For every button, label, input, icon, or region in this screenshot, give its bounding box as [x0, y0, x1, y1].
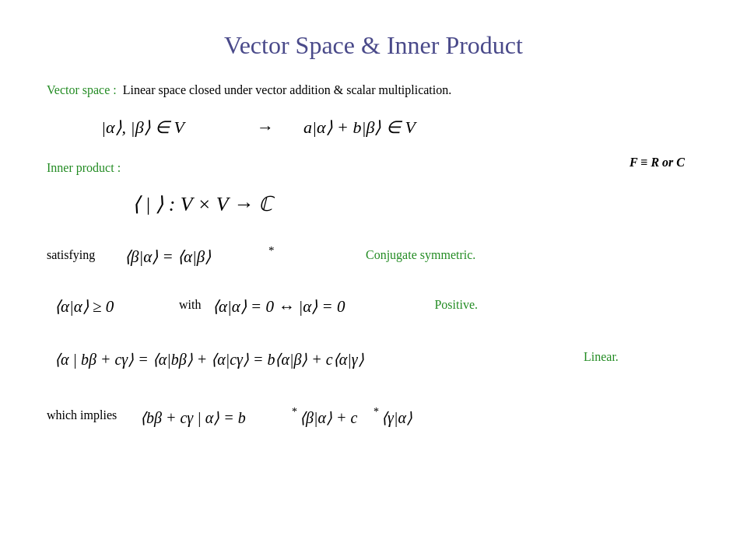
inner-product-label: Inner product : [47, 161, 700, 175]
formula-conjugate-symmetric: ⟨β|α⟩ = ⟨α|β⟩ * [117, 236, 335, 275]
vector-space-row: Vector space : Linear space closed under… [47, 83, 700, 97]
formula-positive-right: ⟨α|α⟩ = 0 ↔ |α⟩ = 0 [209, 285, 411, 324]
svg-text:*: * [374, 406, 379, 418]
svg-text:*: * [268, 244, 275, 257]
formula-inner-product-map: ⟨ | ⟩ : V × V → ℂ [124, 183, 374, 222]
svg-text:⟨ | ⟩ : V × V → ℂ: ⟨ | ⟩ : V × V → ℂ [132, 193, 275, 215]
formula-vectors-in-V: |α⟩, |β⟩ ∈ V → a|α⟩ + b|β⟩ ∈ V [93, 108, 576, 145]
conjugate-label: Conjugate symmetric. [366, 248, 475, 262]
svg-text:⟨β|α⟩ + c: ⟨β|α⟩ + c [300, 409, 357, 427]
vector-space-label: Vector space : [47, 83, 117, 97]
svg-text:→: → [257, 117, 274, 137]
linear-label: Linear. [584, 350, 619, 364]
formula-positive-left: ⟨α|α⟩ ≥ 0 [47, 285, 171, 324]
which-implies-row: which implies ⟨bβ + cγ | α⟩ = b * ⟨β|α⟩ … [47, 394, 700, 436]
which-implies-label: which implies [47, 408, 132, 422]
page: Vector Space & Inner Product Vector spac… [0, 0, 747, 560]
conjugate-symmetric-row: satisfying ⟨β|α⟩ = ⟨α|β⟩ * Conjugate sym… [47, 236, 700, 275]
math-row-inner-product-def: ⟨ | ⟩ : V × V → ℂ [47, 183, 700, 222]
with-label: with [179, 298, 201, 312]
formula-which-implies: ⟨bβ + cγ | α⟩ = b * ⟨β|α⟩ + c * ⟨γ|α⟩ [132, 394, 537, 436]
svg-text:a|α⟩ + b|β⟩ ∈ V: a|α⟩ + b|β⟩ ∈ V [303, 117, 417, 137]
positive-label: Positive. [434, 298, 478, 312]
svg-text:|α⟩, |β⟩ ∈ V: |α⟩, |β⟩ ∈ V [101, 117, 187, 137]
formula-linear: ⟨α | bβ + cγ⟩ = ⟨α|bβ⟩ + ⟨α|cγ⟩ = b⟨α|β⟩… [47, 335, 576, 378]
svg-text:⟨α|α⟩ = 0  ↔  |α⟩ = 0: ⟨α|α⟩ = 0 ↔ |α⟩ = 0 [212, 297, 345, 316]
svg-text:⟨α|α⟩ ≥ 0: ⟨α|α⟩ ≥ 0 [54, 297, 114, 316]
satisfying-label: satisfying [47, 248, 117, 262]
page-title: Vector Space & Inner Product [47, 31, 700, 60]
vector-space-def: Linear space closed under vector additio… [123, 83, 452, 97]
svg-text:*: * [292, 406, 297, 418]
svg-text:⟨γ|α⟩: ⟨γ|α⟩ [381, 409, 412, 427]
math-row-1: |α⟩, |β⟩ ∈ V → a|α⟩ + b|β⟩ ∈ V [47, 108, 700, 145]
f-equals: F ≡ R or C [630, 156, 685, 170]
svg-text:⟨β|α⟩ = ⟨α|β⟩: ⟨β|α⟩ = ⟨α|β⟩ [124, 247, 211, 266]
linear-row: ⟨α | bβ + cγ⟩ = ⟨α|bβ⟩ + ⟨α|cγ⟩ = b⟨α|β⟩… [47, 335, 700, 378]
positive-row: ⟨α|α⟩ ≥ 0 with ⟨α|α⟩ = 0 ↔ |α⟩ = 0 Posit… [47, 285, 700, 324]
svg-text:⟨α | bβ + cγ⟩ = ⟨α|bβ⟩ + ⟨α|cγ: ⟨α | bβ + cγ⟩ = ⟨α|bβ⟩ + ⟨α|cγ⟩ = b⟨α|β⟩… [54, 351, 364, 369]
svg-text:⟨bβ + cγ | α⟩ = b: ⟨bβ + cγ | α⟩ = b [140, 409, 246, 427]
